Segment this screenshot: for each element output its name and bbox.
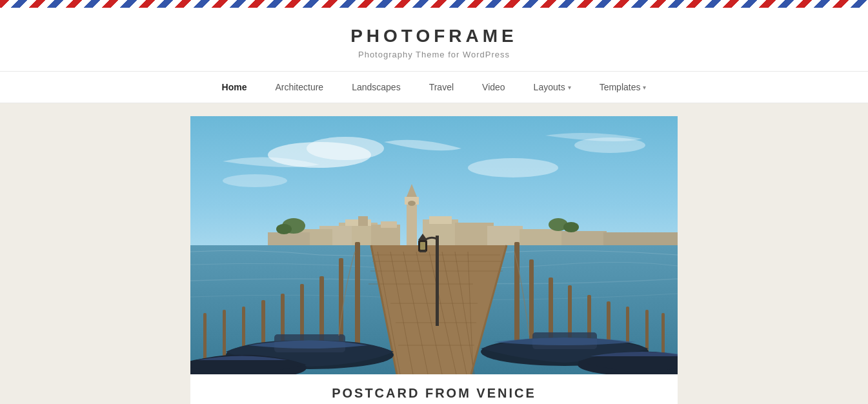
nav-item-travel[interactable]: Travel [415, 72, 468, 103]
svg-point-26 [276, 224, 292, 234]
svg-point-28 [563, 222, 579, 232]
nav-item-templates[interactable]: Templates ▾ [585, 72, 661, 103]
airmail-border [0, 0, 868, 8]
svg-point-9 [408, 201, 416, 206]
svg-rect-55 [223, 310, 226, 361]
nav-item-video[interactable]: Video [468, 72, 520, 103]
svg-rect-72 [436, 236, 439, 326]
post-title: POSTCARD FROM VENICE [203, 386, 665, 401]
svg-rect-57 [514, 242, 520, 348]
nav-item-layouts[interactable]: Layouts ▾ [520, 72, 585, 103]
featured-image-container: POSTCARD FROM VENICE [190, 116, 678, 404]
svg-rect-56 [203, 313, 207, 365]
site-nav: Home Architecture Landscapes Travel Vide… [0, 71, 868, 103]
nav-item-architecture[interactable]: Architecture [261, 72, 338, 103]
nav-item-landscapes[interactable]: Landscapes [338, 72, 415, 103]
main-content: POSTCARD FROM VENICE [0, 103, 868, 404]
post-title-bar: POSTCARD FROM VENICE [190, 374, 678, 404]
svg-rect-6 [407, 200, 417, 245]
svg-point-2 [307, 137, 384, 160]
featured-image [190, 116, 678, 374]
site-tagline: Photography Theme for WordPress [13, 50, 855, 59]
svg-point-3 [468, 158, 558, 177]
nav-item-home[interactable]: Home [208, 72, 261, 103]
svg-point-5 [223, 174, 287, 187]
svg-rect-12 [358, 216, 368, 226]
templates-dropdown-arrow: ▾ [643, 84, 646, 91]
svg-rect-19 [429, 216, 452, 224]
layouts-dropdown-arrow: ▾ [568, 84, 571, 91]
svg-rect-76 [420, 242, 425, 250]
site-title: PHOTOFRAME [13, 26, 855, 46]
svg-rect-14 [381, 221, 397, 228]
site-header: PHOTOFRAME Photography Theme for WordPre… [0, 8, 868, 71]
svg-rect-75 [419, 250, 426, 252]
svg-rect-48 [355, 242, 360, 348]
